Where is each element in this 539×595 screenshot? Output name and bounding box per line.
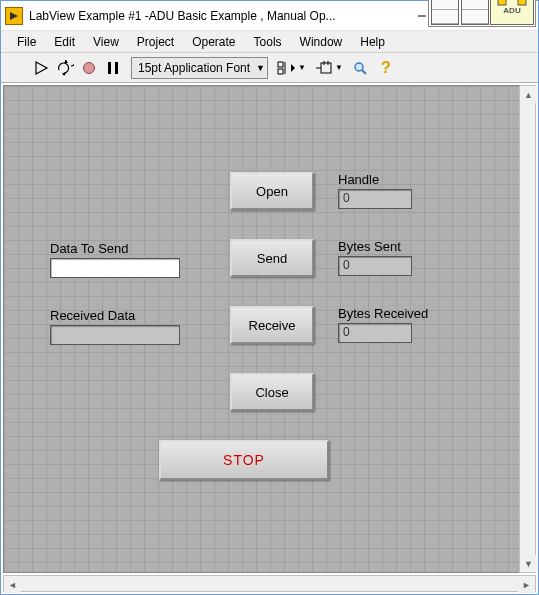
data-to-send-input[interactable] — [50, 258, 180, 278]
svg-rect-12 — [115, 62, 118, 74]
connector-cell[interactable] — [461, 0, 489, 25]
scroll-down-icon[interactable]: ▼ — [520, 555, 537, 572]
send-button[interactable]: Send — [230, 239, 314, 277]
scroll-right-icon[interactable]: ► — [518, 576, 535, 593]
svg-rect-13 — [278, 62, 283, 67]
front-panel[interactable]: Data To Send Received Data Open Send Rec… — [3, 85, 536, 573]
font-selector-label: 15pt Application Font — [138, 61, 250, 75]
vertical-scrollbar[interactable]: ▲ ▼ — [519, 85, 536, 573]
bytes-received-output: 0 — [338, 323, 412, 343]
menu-window[interactable]: Window — [292, 33, 351, 51]
abort-icon — [83, 62, 95, 74]
scroll-left-icon[interactable]: ◄ — [4, 576, 21, 593]
svg-point-21 — [355, 63, 363, 71]
vi-icon[interactable]: ADU — [490, 0, 534, 25]
scroll-up-icon[interactable]: ▲ — [520, 86, 537, 103]
svg-rect-14 — [278, 69, 283, 74]
app-window: LabView Example #1 -ADU Basic Example , … — [0, 0, 539, 595]
receive-button[interactable]: Receive — [230, 306, 314, 344]
received-data-output — [50, 325, 180, 345]
menu-project[interactable]: Project — [129, 33, 182, 51]
pause-button[interactable] — [101, 56, 125, 80]
bytes-sent-output: 0 — [338, 256, 412, 276]
received-data-label: Received Data — [50, 308, 135, 323]
svg-marker-10 — [64, 60, 68, 63]
run-button[interactable] — [29, 56, 53, 80]
menu-operate[interactable]: Operate — [184, 33, 243, 51]
horizontal-scrollbar[interactable]: ◄ ► — [3, 575, 536, 592]
svg-rect-5 — [498, 0, 506, 5]
menu-help[interactable]: Help — [352, 33, 393, 51]
close-panel-button[interactable]: Close — [230, 373, 314, 411]
handle-output: 0 — [338, 189, 412, 209]
svg-line-22 — [362, 70, 366, 74]
help-button[interactable]: ? — [374, 56, 398, 80]
connector-pane: ADU — [428, 0, 536, 27]
handle-label: Handle — [338, 172, 379, 187]
menu-view[interactable]: View — [85, 33, 127, 51]
svg-rect-6 — [518, 0, 526, 5]
bytes-sent-label: Bytes Sent — [338, 239, 401, 254]
connector-cell[interactable] — [431, 0, 459, 25]
svg-rect-18 — [321, 63, 331, 73]
distribute-button[interactable]: ▼ — [311, 56, 346, 80]
vi-icon-label: ADU — [503, 6, 520, 15]
menu-file[interactable]: File — [9, 33, 44, 51]
run-continuous-button[interactable] — [53, 56, 77, 80]
bytes-received-label: Bytes Received — [338, 306, 428, 321]
svg-marker-16 — [291, 64, 295, 72]
toolbar: 15pt Application Font ▼ ▼ ▼ — [1, 53, 538, 83]
open-button[interactable]: Open — [230, 172, 314, 210]
align-button[interactable]: ▼ — [274, 56, 309, 80]
data-to-send-label: Data To Send — [50, 241, 129, 256]
window-title: LabView Example #1 -ADU Basic Example , … — [29, 9, 399, 23]
menubar: File Edit View Project Operate Tools Win… — [1, 31, 538, 53]
chevron-down-icon: ▼ — [298, 63, 306, 72]
search-button[interactable] — [348, 56, 372, 80]
svg-rect-11 — [108, 62, 111, 74]
app-icon — [5, 7, 23, 25]
font-selector[interactable]: 15pt Application Font ▼ — [131, 57, 268, 79]
chevron-down-icon: ▼ — [335, 63, 343, 72]
svg-marker-8 — [36, 62, 47, 74]
svg-marker-9 — [62, 73, 66, 76]
stop-button[interactable]: STOP — [159, 440, 329, 480]
menu-edit[interactable]: Edit — [46, 33, 83, 51]
menu-tools[interactable]: Tools — [246, 33, 290, 51]
help-icon: ? — [381, 59, 391, 77]
abort-button[interactable] — [77, 56, 101, 80]
svg-marker-0 — [10, 12, 18, 20]
chevron-down-icon: ▼ — [256, 63, 265, 73]
